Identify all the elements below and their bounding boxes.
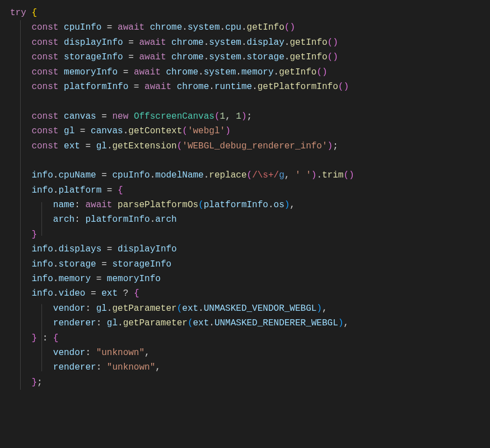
token-punct: . (53, 185, 59, 195)
token-punct: ; (37, 377, 43, 388)
code-line[interactable]: info.platform = { (0, 183, 490, 198)
token-punct (101, 318, 107, 328)
token-punct: : (85, 348, 91, 358)
token-punct: . (150, 170, 156, 180)
token-punct: ; (333, 141, 338, 151)
code-line[interactable]: const cpuInfo = await chrome.system.cpu.… (0, 20, 490, 35)
code-line[interactable] (0, 153, 490, 168)
token-prop: storage (247, 52, 284, 62)
token-paren: ) (225, 126, 231, 136)
token-op: = (101, 259, 107, 269)
code-editor[interactable]: try { const cpuInfo = await chrome.syste… (0, 6, 490, 390)
token-punct: ; (247, 111, 253, 122)
code-line[interactable]: } : { (0, 331, 490, 346)
token-var: info (31, 288, 53, 298)
code-line[interactable]: info.memory = memoryInfo (0, 272, 490, 286)
token-op: = (101, 111, 107, 122)
token-paren: ( (177, 141, 183, 151)
token-str: ' ' (295, 170, 311, 180)
token-prop: cpuName (58, 170, 96, 180)
token-punct: . (53, 274, 59, 284)
token-punct: , (144, 348, 150, 358)
token-paren2: ( (198, 200, 204, 210)
token-kw: const (31, 141, 58, 151)
token-paren: () (343, 170, 354, 180)
token-punct (123, 52, 129, 62)
token-var: platformInfo (204, 200, 268, 210)
token-punct (58, 22, 64, 32)
code-line[interactable]: const gl = canvas.getContext('webgl') (0, 124, 490, 138)
code-line[interactable]: renderer: "unknown", (0, 360, 490, 375)
token-var: chrome (171, 38, 204, 48)
token-func: getParameter (123, 318, 188, 328)
token-punct: . (316, 170, 322, 180)
token-func: getInfo (290, 38, 327, 48)
token-punct: . (204, 52, 209, 62)
code-line[interactable]: } (0, 227, 490, 242)
indent-whitespace (10, 126, 31, 136)
token-prop: system (209, 52, 241, 62)
code-line[interactable]: arch: platformInfo.arch (0, 212, 490, 227)
token-punct (96, 170, 102, 180)
token-var: gl (96, 304, 107, 314)
indent-whitespace (10, 244, 31, 254)
code-line[interactable]: info.storage = storageInfo (0, 257, 490, 272)
token-var: storageInfo (64, 52, 123, 62)
token-punct (101, 244, 107, 254)
token-paren: () (338, 82, 349, 92)
token-punct: . (274, 67, 279, 77)
token-op: = (96, 274, 102, 284)
token-kw: const (31, 52, 58, 62)
token-prop: runtime (214, 82, 252, 92)
code-line[interactable]: const memoryInfo = await chrome.system.m… (0, 65, 490, 80)
token-prop: memory (58, 274, 91, 284)
token-op: = (107, 185, 113, 195)
token-punct: . (198, 67, 204, 77)
token-kw: await (144, 82, 171, 92)
code-line[interactable]: try { (0, 6, 490, 20)
block-indent-guide (20, 20, 21, 390)
token-punct: . (53, 244, 59, 254)
token-punct (91, 141, 96, 151)
token-var: ext (182, 304, 198, 314)
token-punct: , (343, 318, 349, 328)
token-paren: ) (311, 170, 317, 180)
code-line[interactable]: info.cpuName = cpuInfo.modelName.replace… (0, 168, 490, 183)
token-op: = (123, 67, 129, 77)
code-line[interactable]: info.video = ext ? { (0, 286, 490, 301)
indent-whitespace (10, 318, 53, 328)
token-paren: () (328, 38, 338, 48)
code-line[interactable]: vendor: "unknown", (0, 346, 490, 360)
token-punct: . (252, 82, 258, 92)
token-punct: , (284, 170, 295, 180)
code-line[interactable]: vendor: gl.getParameter(ext.UNMASKED_VEN… (0, 301, 490, 316)
token-punct (96, 288, 102, 298)
code-line[interactable]: }; (0, 375, 490, 390)
token-var: gl (64, 126, 74, 136)
code-line[interactable] (0, 94, 490, 109)
code-line[interactable]: const canvas = new OffscreenCanvas(1, 1)… (0, 109, 490, 124)
token-var: storageInfo (112, 259, 171, 269)
code-line[interactable]: const storageInfo = await chrome.system.… (0, 50, 490, 64)
token-punct: . (107, 304, 113, 314)
token-punct: . (198, 304, 204, 314)
token-paren: ( (182, 126, 188, 136)
indent-whitespace (10, 22, 31, 32)
indent-whitespace (10, 348, 53, 358)
token-brace2: { (134, 288, 139, 298)
token-punct (101, 362, 107, 372)
code-line[interactable]: name: await parsePlatformOs(platformInfo… (0, 198, 490, 212)
token-str: "unknown" (107, 362, 155, 372)
token-class: OffscreenCanvas (134, 111, 214, 122)
token-var: chrome (166, 67, 199, 77)
token-punct (123, 38, 129, 48)
token-kw: await (134, 67, 161, 77)
code-line[interactable]: const platformInfo = await chrome.runtim… (0, 80, 490, 94)
token-punct: . (241, 22, 247, 32)
code-line[interactable]: info.displays = displayInfo (0, 242, 490, 256)
code-line[interactable]: const displayInfo = await chrome.system.… (0, 35, 490, 50)
token-func: getContext (128, 126, 182, 136)
token-punct: : (96, 318, 102, 328)
code-line[interactable]: renderer: gl.getParameter(ext.UNMASKED_R… (0, 316, 490, 330)
code-line[interactable]: const ext = gl.getExtension('WEBGL_debug… (0, 139, 490, 153)
